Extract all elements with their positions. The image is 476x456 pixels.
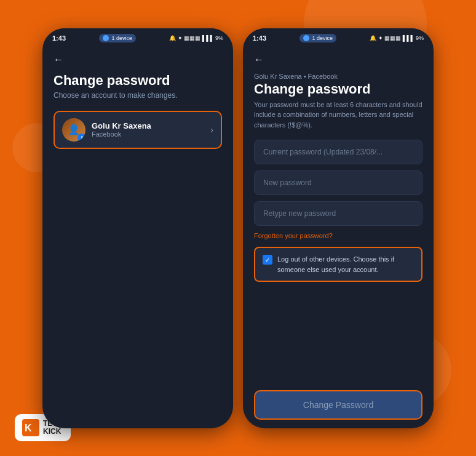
status-time-right: 1:43 [253,34,266,42]
right-screen-content: ← Golu Kr Saxena • Facebook Change passw… [243,46,434,428]
techkick-logo-icon: K [22,419,39,436]
status-bar-right: 1:43 1 device 🔔 ✦ ▦▦▦ ▌▌▌ 9% [243,28,434,46]
status-right-left: 🔔 ✦ ▦▦▦ ▌▌▌ 9% [169,35,223,41]
signal-icons-left: 🔔 ✦ ▦▦▦ ▌▌▌ [169,35,214,41]
status-right-right: 🔔 ✦ ▦▦▦ ▌▌▌ 9% [370,35,424,41]
account-info: Golu Kr Saxena Facebook [92,121,151,138]
logout-checkbox[interactable]: ✓ [263,255,272,265]
phone-left: 1:43 1 device 🔔 ✦ ▦▦▦ ▌▌▌ 9% ← Change pa… [42,28,233,428]
phone-right: 1:43 1 device 🔔 ✦ ▦▦▦ ▌▌▌ 9% ← Golu Kr S… [243,28,434,428]
avatar: 👤 f [62,118,85,142]
phones-container: 1:43 1 device 🔔 ✦ ▦▦▦ ▌▌▌ 9% ← Change pa… [42,28,434,428]
logo-kick: KICK [43,428,63,436]
forgotten-password-link[interactable]: Forgotten your password? [254,232,422,239]
device-icon-left [103,35,109,41]
account-name: Golu Kr Saxena [92,121,151,130]
device-icon-right [303,35,309,41]
status-time-left: 1:43 [52,34,66,42]
back-arrow-right[interactable]: ← [254,54,269,65]
change-password-button[interactable]: Change Password [254,390,422,420]
battery-left: 9% [215,35,223,41]
fb-badge: f [77,134,85,142]
left-screen-content: ← Change password Choose an account to m… [42,46,233,428]
device-label-right: 1 device [312,35,333,41]
device-indicator-left: 1 device [99,34,136,42]
account-platform: Facebook [92,130,151,138]
status-bar-left: 1:43 1 device 🔔 ✦ ▦▦▦ ▌▌▌ 9% [42,28,233,46]
battery-right: 9% [416,35,424,41]
checkbox-label: Log out of other devices. Choose this if… [277,254,414,274]
check-icon: ✓ [265,257,270,263]
current-password-field[interactable]: Current password (Updated 23/08/... [254,140,422,164]
page-subtitle-left: Choose an account to make changes. [54,91,222,100]
signal-icons-right: 🔔 ✦ ▦▦▦ ▌▌▌ [370,35,415,41]
account-left: 👤 f Golu Kr Saxena Facebook [62,118,151,142]
new-password-field[interactable]: New password [254,170,422,195]
description-text: Your password must be at least 6 charact… [254,100,422,130]
account-item[interactable]: 👤 f Golu Kr Saxena Facebook › [54,111,222,149]
account-label-right: Golu Kr Saxena • Facebook [254,73,422,80]
svg-text:K: K [25,423,32,433]
device-indicator-right: 1 device [299,34,336,42]
back-arrow-left[interactable]: ← [54,54,68,65]
retype-password-field[interactable]: Retype new password [254,201,422,226]
avatar-face: 👤 f [62,118,85,142]
page-title-right: Change password [254,81,422,97]
logout-checkbox-row[interactable]: ✓ Log out of other devices. Choose this … [254,247,422,282]
device-label-left: 1 device [111,35,132,41]
page-title-left: Change password [54,73,222,89]
chevron-right-icon: › [210,125,213,135]
